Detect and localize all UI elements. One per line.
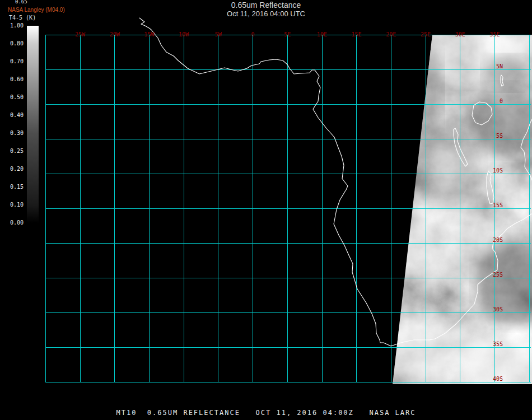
longitude-label: 25W: [69, 31, 91, 38]
colorbar-tick-label: 0.70: [3, 58, 24, 64]
longitude-label: 35E: [483, 31, 506, 38]
colorbar-tick-label: 0.20: [3, 166, 24, 172]
longitude-label: 10W: [172, 31, 195, 38]
colorbar-tick-label: 0.50: [3, 94, 24, 100]
latitude-label: 35S: [483, 341, 503, 347]
longitude-label: 0: [242, 31, 264, 38]
longitude-label: 5E: [276, 31, 298, 38]
colorbar-tick-label: 0.60: [3, 76, 24, 82]
latitude-label: 5S: [483, 133, 503, 139]
colorbar-tick-label: 0.25: [3, 148, 24, 154]
satellite-product-viewer: { "header": { "title": "0.65um Reflectan…: [0, 0, 532, 420]
longitude-label: 10E: [311, 31, 333, 38]
latitude-label: 25S: [483, 272, 503, 278]
colorbar-tick-label: 1.00: [3, 22, 24, 29]
latitude-label: 10S: [483, 167, 503, 174]
page-title: 0.65um Reflectance: [0, 1, 532, 10]
latitude-label: 0: [483, 98, 503, 104]
longitude-label: 5W: [207, 31, 230, 38]
longitude-label: 15E: [346, 31, 368, 38]
footer-caption: MT10 0.65UM REFLECTANCE OCT 11, 2016 04:…: [0, 409, 532, 417]
latitude-label: 5N: [483, 63, 503, 69]
colorbar-tick-label: 0.80: [3, 40, 24, 46]
latitude-label: 40S: [483, 376, 503, 382]
latitude-label: 30S: [483, 306, 503, 312]
satellite-imagery-swath: [372, 28, 532, 398]
map-canvas: [0, 0, 532, 420]
colorbar-tick-label: 0.10: [3, 202, 24, 208]
colorbar-tick-label: 0.00: [3, 220, 24, 226]
channel-label: 0.65: [15, 0, 27, 4]
product-label: T4-5 (K): [9, 15, 36, 21]
longitude-label: 20W: [104, 31, 126, 38]
colorbar-tick-label: 0.15: [3, 184, 24, 190]
longitude-label: 15W: [138, 31, 160, 38]
latitude-label: 15S: [483, 202, 503, 208]
source-label: NASA Langley (M04.0): [8, 7, 65, 13]
longitude-label: 25E: [414, 31, 437, 38]
reflectance-colorbar: [27, 26, 39, 223]
page-subtitle: Oct 11, 2016 04:00 UTC: [0, 10, 532, 18]
longitude-label: 30E: [449, 31, 472, 38]
colorbar-tick-label: 0.30: [3, 130, 24, 136]
longitude-label: 20E: [380, 31, 402, 38]
colorbar-tick-label: 0.40: [3, 112, 24, 118]
latitude-label: 20S: [483, 237, 503, 243]
